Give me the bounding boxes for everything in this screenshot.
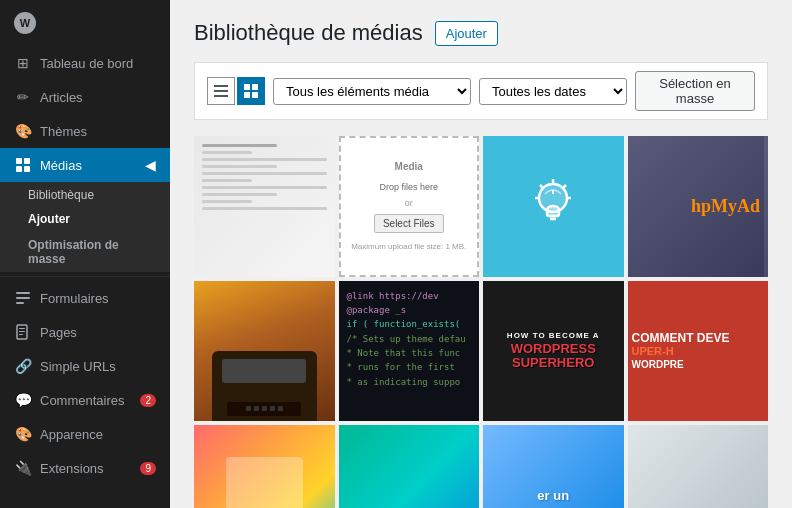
email-line [202, 165, 277, 168]
grid-view-button[interactable] [237, 77, 265, 105]
media-label: Media [395, 161, 423, 172]
svg-line-23 [540, 185, 543, 188]
sidebar-item-simple-urls[interactable]: 🔗 Simple URLs [0, 349, 170, 383]
media-item[interactable] [194, 136, 335, 277]
svg-rect-13 [214, 95, 228, 97]
dashboard-icon: ⊞ [14, 54, 32, 72]
sidebar-item-label: Formulaires [40, 291, 109, 306]
svg-rect-4 [16, 292, 30, 294]
media-item[interactable]: Healthy lorem ipsum [339, 425, 480, 508]
wordpress-icon: W [14, 12, 36, 34]
page-header: Bibliothèque de médias Ajouter [194, 20, 768, 46]
sidebar-item-apparence[interactable]: 🎨 Apparence [0, 417, 170, 451]
svg-rect-14 [244, 84, 250, 90]
email-line [202, 193, 277, 196]
sidebar-item-label: Extensions [40, 461, 104, 476]
email-line [202, 158, 327, 161]
sidebar-item-label: Simple URLs [40, 359, 116, 374]
svg-rect-12 [214, 90, 228, 92]
media-label: HOW TO BECOME A [507, 331, 600, 340]
toolbar: Tous les éléments média Toutes les dates… [194, 62, 768, 120]
svg-rect-6 [16, 302, 24, 304]
media-item[interactable]: @link https://dev @package _s if ( funct… [339, 281, 480, 422]
svg-rect-15 [252, 84, 258, 90]
sidebar-item-label: Commentaires [40, 393, 125, 408]
date-filter-select[interactable]: Toutes les dates [479, 78, 627, 105]
email-line [202, 186, 327, 189]
sidebar-item-label: Thèmes [40, 124, 87, 139]
commentaires-icon: 💬 [14, 391, 32, 409]
media-label: or [405, 198, 413, 208]
submenu-item-ajouter[interactable]: Ajouter [0, 206, 170, 232]
media-filter-select[interactable]: Tous les éléments média [273, 78, 471, 105]
sidebar-item-medias[interactable]: Médias ◀ [0, 148, 170, 182]
sidebar-item-label: Tableau de bord [40, 56, 133, 71]
media-label: er un [537, 488, 569, 503]
sidebar-logo: W [0, 0, 170, 46]
sidebar-item-extensions[interactable]: 🔌 Extensions 9 [0, 451, 170, 485]
commentaires-badge: 2 [140, 394, 156, 407]
media-label: COMMENT DEVE UPER-H WORDPRE [632, 331, 730, 371]
media-item[interactable]: er un [483, 425, 624, 508]
simple-urls-icon: 🔗 [14, 357, 32, 375]
submenu-header: Bibliothèque [0, 182, 170, 206]
sidebar: W ⊞ Tableau de bord ✏ Articles 🎨 Thèmes … [0, 0, 170, 508]
media-item[interactable] [483, 136, 624, 277]
media-item[interactable] [194, 425, 335, 508]
email-line [202, 144, 277, 147]
email-line [202, 200, 252, 203]
sidebar-item-commentaires[interactable]: 💬 Commentaires 2 [0, 383, 170, 417]
media-grid: Media Drop files here or Select Files Ma… [194, 136, 768, 508]
add-media-button[interactable]: Ajouter [435, 21, 498, 46]
svg-rect-16 [244, 92, 250, 98]
email-line [202, 172, 327, 175]
articles-icon: ✏ [14, 88, 32, 106]
sidebar-divider-1 [0, 276, 170, 277]
medias-submenu: Bibliothèque Ajouter Optimisation de mas… [0, 182, 170, 272]
svg-line-22 [563, 185, 566, 188]
pages-icon [14, 323, 32, 341]
media-label: @link https://dev @package _s if ( funct… [347, 289, 472, 390]
sidebar-item-formulaires[interactable]: Formulaires [0, 281, 170, 315]
media-preview [226, 457, 303, 508]
svg-rect-0 [16, 158, 22, 164]
sidebar-item-themes[interactable]: 🎨 Thèmes [0, 114, 170, 148]
email-line [202, 207, 327, 210]
themes-icon: 🎨 [14, 122, 32, 140]
media-label: Maximum upload file size: 1 MB. [351, 242, 466, 251]
media-item[interactable]: COMMENT DEVE UPER-H WORDPRE [628, 281, 769, 422]
sidebar-item-label: Médias [40, 158, 82, 173]
sidebar-item-label: Pages [40, 325, 77, 340]
svg-rect-2 [16, 166, 22, 172]
sidebar-item-tableau[interactable]: ⊞ Tableau de bord [0, 46, 170, 80]
email-line [202, 151, 252, 154]
media-label: hpMyAd [691, 196, 760, 217]
sidebar-item-label: Articles [40, 90, 83, 105]
sidebar-item-label: Apparence [40, 427, 103, 442]
svg-rect-10 [19, 334, 23, 335]
extensions-badge: 9 [140, 462, 156, 475]
main-content: Bibliothèque de médias Ajouter [170, 0, 792, 508]
media-item[interactable]: HOW TO BECOME A WORDPRESSSUPERHERO [483, 281, 624, 422]
media-item[interactable] [194, 281, 335, 422]
svg-rect-11 [214, 85, 228, 87]
submenu-item-optimisation[interactable]: Optimisation de masse [0, 232, 170, 272]
sidebar-item-pages[interactable]: Pages [0, 315, 170, 349]
formulaires-icon [14, 289, 32, 307]
bulk-select-button[interactable]: Sélection en masse [635, 71, 755, 111]
media-item[interactable] [628, 425, 769, 508]
media-item[interactable]: hpMyAd [628, 136, 769, 277]
select-files-button[interactable]: Select Files [374, 214, 444, 233]
svg-rect-17 [252, 92, 258, 98]
apparence-icon: 🎨 [14, 425, 32, 443]
svg-rect-5 [16, 297, 30, 299]
page-title: Bibliothèque de médias [194, 20, 423, 46]
list-view-button[interactable] [207, 77, 235, 105]
svg-rect-8 [19, 328, 25, 329]
email-line [202, 179, 252, 182]
view-toggle [207, 77, 265, 105]
media-label: WORDPRESSSUPERHERO [511, 342, 596, 371]
media-item[interactable]: Media Drop files here or Select Files Ma… [339, 136, 480, 277]
sidebar-item-articles[interactable]: ✏ Articles [0, 80, 170, 114]
extensions-icon: 🔌 [14, 459, 32, 477]
